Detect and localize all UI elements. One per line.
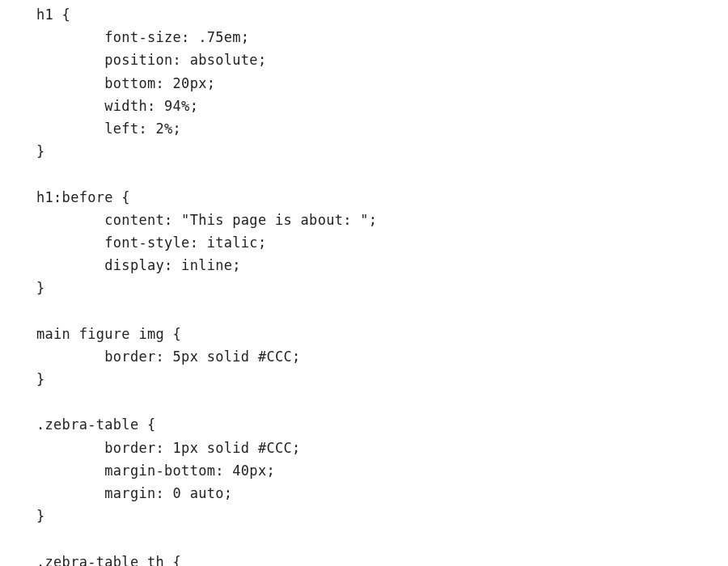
css-code: h1 { font-size: .75em; position: absolut… xyxy=(36,6,377,566)
css-code-block: h1 { font-size: .75em; position: absolut… xyxy=(36,4,728,566)
